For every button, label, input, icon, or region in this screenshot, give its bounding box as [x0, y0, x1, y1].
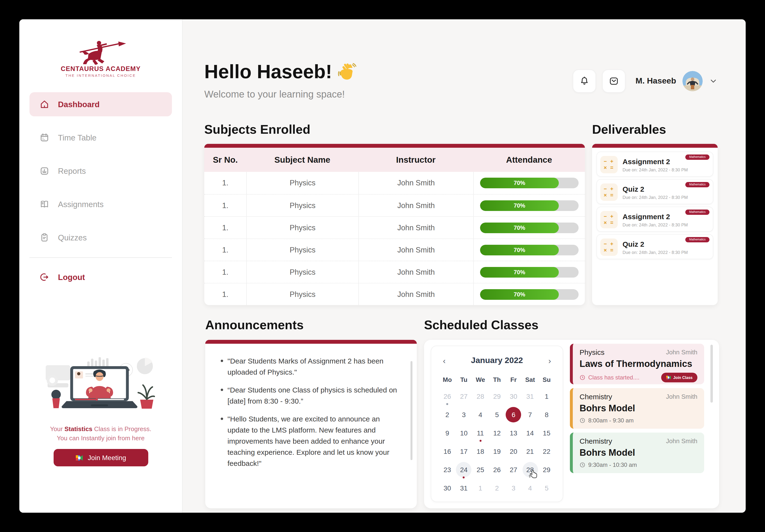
scheduled-heading: Scheduled Classes [424, 318, 538, 332]
calendar-day[interactable]: 29 [489, 387, 505, 405]
calendar-day[interactable]: 22 [538, 442, 555, 461]
calendar-day[interactable]: 1 [472, 479, 489, 497]
attendance-progress-fill: 70% [480, 178, 559, 188]
calendar-day[interactable]: 27 [456, 387, 472, 405]
open-book-icon [39, 199, 50, 210]
class-subject: Physics [579, 348, 604, 356]
clipboard-icon [39, 232, 50, 243]
calendar-next-button[interactable]: › [548, 356, 551, 365]
sidebar-item-quizzes[interactable]: Quizzes [29, 226, 172, 250]
calendar-day[interactable]: 2 [439, 405, 456, 424]
class-topic: Bohrs Model [579, 403, 697, 414]
calendar-day[interactable]: 30 [505, 387, 522, 405]
calendar-day[interactable]: 5 [489, 405, 505, 424]
deliverable-due: Due on: 24th Jan, 2022 - 8:30 PM [622, 223, 709, 228]
calendar-day-selected[interactable]: 6 [505, 405, 522, 424]
avatar[interactable] [682, 71, 703, 91]
class-subject: Chemistry [579, 392, 612, 401]
calendar-day[interactable]: 3 [456, 405, 472, 424]
calendar-day[interactable]: 4 [472, 405, 489, 424]
join-class-button[interactable]: Join Class [661, 373, 697, 382]
calendar-day[interactable]: 7 [522, 405, 538, 424]
calendar-day[interactable]: 28 [522, 461, 538, 479]
weekday-label: Th [489, 376, 505, 383]
calendar-day[interactable]: 30 [439, 479, 456, 497]
messages-button[interactable] [602, 70, 625, 93]
subject-badge: Mathematics [685, 182, 709, 187]
weekday-label: Fr [505, 376, 522, 383]
sr-no-cell: 1. [204, 283, 246, 305]
logout-label: Logout [58, 272, 85, 282]
calendar-header: ‹ January 2022 › [431, 346, 563, 365]
subject-cell: Physics [246, 239, 359, 261]
calendar-day[interactable]: 13 [505, 424, 522, 442]
calendar-weekdays: MoTuWeThFrSatSu [439, 376, 555, 383]
classes-scrollbar[interactable] [710, 345, 713, 403]
subject-cell: Physics [246, 195, 359, 216]
calendar-day[interactable]: 4 [522, 479, 538, 497]
class-card-green[interactable]: ChemistryJohn SmithBohrs Model9:30am - 1… [570, 432, 704, 473]
home-icon [39, 99, 50, 110]
sidebar-item-time-table[interactable]: Time Table [29, 126, 172, 150]
sidebar-item-assignments[interactable]: Assignments [29, 192, 172, 216]
weekday-label: Mo [439, 376, 456, 383]
calendar-day[interactable]: 17 [456, 442, 472, 461]
sidebar-item-reports[interactable]: Reports [29, 159, 172, 183]
deliverable-item[interactable]: − +× =Quiz 2Due on: 24th Jan, 2022 - 8:3… [596, 179, 713, 204]
table-header: Sr No.Subject NameInstructorAttendance [204, 148, 585, 172]
sidebar-item-label: Reports [58, 166, 86, 176]
class-subject: Chemistry [579, 437, 612, 445]
deliverable-due: Due on: 24th Jan, 2022 - 8:30 PM [622, 250, 709, 255]
deliverable-item[interactable]: − +× =Assignment 2Due on: 24th Jan, 2022… [596, 207, 713, 232]
chevron-down-icon[interactable] [709, 77, 718, 86]
weekday-label: Tu [456, 376, 472, 383]
deliverable-item[interactable]: − +× =Assignment 2Due on: 24th Jan, 2022… [596, 152, 713, 177]
notifications-button[interactable] [573, 70, 596, 93]
calendar-day[interactable]: 26 [439, 387, 456, 405]
calendar-day[interactable]: 18 [472, 442, 489, 461]
class-card-orange[interactable]: ChemistryJohn SmithBohrs Model8:00am - 9… [570, 388, 704, 429]
weekday-label: Su [538, 376, 555, 383]
calendar-prev-button[interactable]: ‹ [443, 356, 445, 365]
calendar-day[interactable]: 3 [505, 479, 522, 497]
calendar-day[interactable]: 28 [472, 387, 489, 405]
calendar-day[interactable]: 10 [456, 424, 472, 442]
calendar-day[interactable]: 31 [522, 387, 538, 405]
subject-badge: Mathematics [685, 155, 709, 160]
calendar-day[interactable]: 1 [538, 387, 555, 405]
calendar-day[interactable]: 24 [456, 461, 472, 479]
calendar-day[interactable]: 5 [538, 479, 555, 497]
google-meet-icon [75, 454, 84, 461]
math-icon: − +× = [600, 211, 618, 228]
sr-no-cell: 1. [204, 239, 246, 261]
calendar-day[interactable]: 26 [489, 461, 505, 479]
attendance-progressbar: 70% [480, 267, 578, 277]
calendar-day[interactable]: 8 [538, 405, 555, 424]
calendar-day[interactable]: 25 [472, 461, 489, 479]
calendar-day[interactable]: 16 [439, 442, 456, 461]
math-icon: − +× = [600, 156, 618, 173]
calendar-day[interactable]: 12 [489, 424, 505, 442]
calendar-day[interactable]: 27 [505, 461, 522, 479]
deliverable-due: Due on: 24th Jan, 2022 - 8:30 PM [622, 195, 709, 200]
attendance-progress-fill: 70% [480, 289, 559, 299]
calendar-day[interactable]: 11 [472, 424, 489, 442]
sidebar-item-logout[interactable]: Logout [29, 266, 172, 288]
calendar-day[interactable]: 23 [439, 461, 456, 479]
class-card-red[interactable]: PhysicsJohn SmithLaws of ThermodynamicsC… [570, 344, 704, 384]
calendar-day[interactable]: 14 [522, 424, 538, 442]
calendar-day[interactable]: 29 [538, 461, 555, 479]
calendar-day[interactable]: 21 [522, 442, 538, 461]
calendar-day[interactable]: 20 [505, 442, 522, 461]
calendar-day[interactable]: 31 [456, 479, 472, 497]
join-meeting-button[interactable]: Join Meeting [53, 449, 148, 466]
calendar-day[interactable]: 19 [489, 442, 505, 461]
deliverable-item[interactable]: − +× =Quiz 2Due on: 24th Jan, 2022 - 8:3… [596, 234, 713, 259]
calendar-day[interactable]: 9 [439, 424, 456, 442]
announcements-scrollbar[interactable] [410, 361, 412, 460]
sidebar-item-label: Quizzes [58, 233, 87, 242]
sidebar-item-dashboard[interactable]: Dashboard [29, 92, 172, 116]
instructor-cell: John Smith [359, 283, 473, 305]
calendar-day[interactable]: 2 [489, 479, 505, 497]
calendar-day[interactable]: 15 [538, 424, 555, 442]
